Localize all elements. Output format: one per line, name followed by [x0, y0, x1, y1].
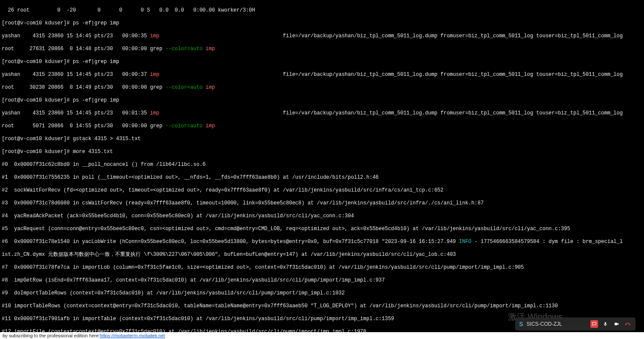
skype-icon: S	[519, 321, 523, 327]
mobaxterm-footer: by subscribing to the professional editi…	[0, 332, 644, 339]
stack1-f6-info: INFO	[459, 239, 472, 245]
svg-rect-2	[615, 323, 617, 325]
ps1-row2-head: root 27631 20866 0 14:48 pts/30 00:00:00…	[2, 46, 166, 52]
ps1-row2-match: imp	[206, 46, 215, 52]
cmd-ps-2: ps -ef|grep imp	[73, 59, 119, 65]
ps2-row2-color: --color=auto	[166, 84, 203, 90]
stack1-f5: #5 yacRequest (conn=conn@entry=0x55bee5c…	[2, 226, 642, 232]
terminal-output[interactable]: 26 root 0 -20 0 0 0 S 0.0 0.0 0:00.00 kw…	[0, 0, 644, 332]
cmd-gstack-1: gstack 4315 > 4315.txt	[73, 136, 141, 142]
camera-button[interactable]	[613, 320, 620, 328]
ps3-row2-head: root 5071 20866 0 14:55 pts/30 00:00:00 …	[2, 123, 166, 129]
ps1-row1-tail: file=/var/backup/yashan/biz_tpl_comm_501…	[159, 33, 623, 39]
stack1-f0: #0 0x00007f31c62c8bd0 in __poll_nocancel…	[2, 162, 642, 168]
stack1-f8: #8 impGetRow (isEnd=0x7fff63aaea17, cont…	[2, 277, 642, 284]
prompt: [root@v-com10 kduser]#	[2, 20, 73, 26]
stack1-f2: #2 sockWaitForRecv (fd=<optimized out>, …	[2, 187, 642, 194]
mic-button[interactable]	[602, 320, 609, 328]
ps2-row2-head: root 30238 20866 0 14:49 pts/30 00:00:00…	[2, 84, 166, 90]
prompt: [root@v-com10 kduser]#	[2, 136, 73, 142]
ps3-row2-color: --color=auto	[166, 123, 203, 129]
ps2-row2-match: imp	[206, 84, 215, 90]
ps1-row1-head: yashan 4315 23860 15 14:45 pts/23 00:00:…	[2, 33, 150, 39]
ps3-row1-head: yashan 4315 23860 15 14:45 pts/23 00:01:…	[2, 110, 150, 116]
stack1-f4: #4 yacReadAckPacket (ack=0x55bee5cd4b10,…	[2, 213, 642, 219]
hangup-button[interactable]	[624, 320, 632, 328]
ps3-row2-match: imp	[206, 123, 215, 129]
stack1-f6d: ist.zh_CN.dymx 元数据版本与数据中心一致，不重复执行 \f\300…	[2, 252, 642, 258]
svg-rect-0	[605, 322, 606, 325]
stack1-f3: #3 0x00007f31c78d6080 in csWaitForRecv (…	[2, 200, 642, 207]
stack1-f9: #9 doImportTableRows (context=0x7f31c5da…	[2, 290, 642, 297]
stack1-f7: #7 0x00007f31c78fe7ca in importLob (colu…	[2, 264, 642, 271]
ps2-row1-match: imp	[150, 72, 160, 78]
stack1-f6a: #6 0x00007f31c78e1540 in yacLobWrite (hC…	[2, 239, 459, 245]
footer-link[interactable]: https://mobaxterm.mobatek.net	[100, 333, 165, 338]
stack1-f1: #1 0x00007f31c7556235 in poll (__timeout…	[2, 174, 642, 181]
call-toolbar-popup[interactable]: S SICS-COD-ZJL	[515, 318, 635, 330]
ps2-row1-tail: file=/var/backup/yashan/biz_tpl_comm_501…	[159, 72, 623, 78]
cmd-ps-3: ps -ef|grep imp	[73, 97, 119, 103]
footer-text: by subscribing to the professional editi…	[3, 333, 100, 338]
cmd-more-1: more 4315.txt	[73, 149, 113, 155]
prompt: [root@v-com10 kduser]#	[2, 97, 73, 103]
chat-button[interactable]	[590, 320, 598, 328]
call-peer-name: SICS-COD-ZJL	[526, 321, 562, 327]
ps1-row1-match: imp	[150, 33, 160, 39]
prompt: [root@v-com10 kduser]#	[2, 59, 73, 65]
ps3-row1-tail: file=/var/backup/yashan/biz_tpl_comm_501…	[159, 110, 623, 116]
ps3-row1-match: imp	[150, 110, 160, 116]
cmd-ps-1: ps -ef|grep imp	[73, 20, 119, 26]
stack1-f10: #10 importTableRows (context=context@ent…	[2, 303, 642, 309]
prompt: [root@v-com10 kduser]#	[2, 149, 73, 155]
ps1-row2-color: --color=auto	[166, 46, 203, 52]
stack1-f6c: - 1775466663584579584 : dym file : brm_s…	[472, 239, 623, 245]
top-partial: 26 root 0 -20 0 0 0 S 0.0 0.0 0:00.00 kw…	[2, 7, 642, 14]
ps2-row1-head: yashan 4315 23860 15 14:45 pts/23 00:00:…	[2, 72, 150, 78]
